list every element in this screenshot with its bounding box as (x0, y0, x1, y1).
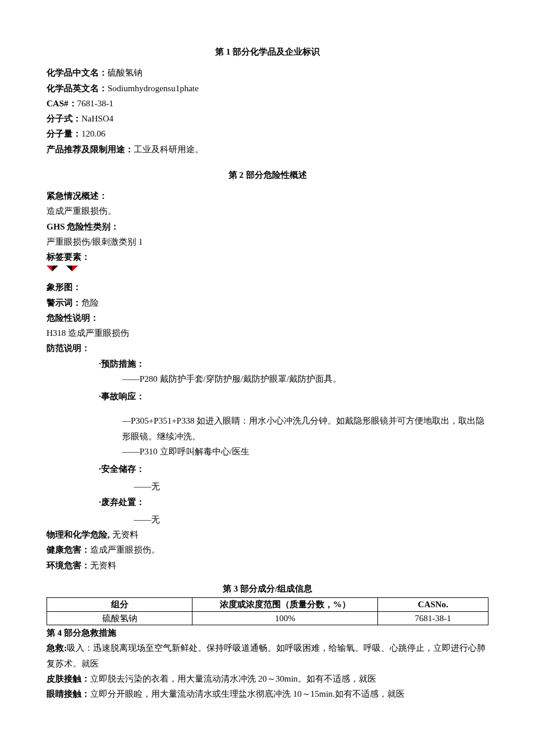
value: 7681-38-1 (77, 99, 114, 108)
precaution-label: 防范说明： (47, 341, 488, 356)
label: 环境危害： (47, 561, 90, 570)
value: Sodiumhydrogensu1phate (108, 84, 199, 93)
eye-value: 立即分开眼睑，用大量流动清水或生理盐水彻底冲洗 10～15min.如有不适感，就… (90, 689, 405, 698)
section2-title: 第 2 部分危险性概述 (47, 167, 488, 182)
storage-heading: ·安全储存： (47, 461, 488, 476)
chem-name-en: 化学品英文名：Sodiumhydrogensu1phate (47, 81, 488, 96)
th-component: 组分 (47, 598, 192, 612)
cas-no: CAS#：7681-38-1 (47, 96, 488, 111)
response-item-2: ——P310 立即呼叫解毒中心/医生 (47, 444, 488, 459)
signal-word: 警示词：危险 (47, 295, 488, 310)
first-aid-eye: 眼睛接触：立即分开眼睑，用大量流动清水或生理盐水彻底冲洗 10～15min.如有… (47, 686, 488, 701)
value: NaHSO4 (81, 114, 113, 123)
disposal-item: ——无 (47, 512, 488, 527)
label: 化学品中文名： (47, 68, 108, 77)
recommended-use: 产品推荐及限制用途：工业及科研用途。 (47, 142, 488, 157)
pictogram-label: 象形图： (47, 280, 488, 295)
label: 分子量： (47, 129, 81, 138)
response-heading: ·事故响应： (47, 389, 488, 404)
label: 分子式： (47, 114, 81, 123)
prevent-item: ——P280 戴防护手套/穿防护服/戴防护眼罩/戴防护面具。 (47, 371, 488, 386)
label: 物理和化学危险, (47, 530, 112, 539)
th-concentration: 浓度或浓度范围（质量分数，%） (192, 598, 378, 612)
label-elements: 标签要素： (47, 249, 488, 264)
section1-title: 第 1 部分化学品及企业标识 (47, 44, 488, 59)
label: 产品推荐及限制用途： (47, 145, 134, 154)
aid-label: 急救: (47, 643, 67, 653)
td-concentration: 100% (192, 611, 378, 625)
hazard-label: 危险性说明： (47, 310, 488, 325)
env-hazard: 环境危害：无资料 (47, 558, 488, 573)
label: CAS#： (47, 99, 77, 108)
composition-table: 组分 浓度或浓度范围（质量分数，%） CASNo. 硫酸氢钠 100% 7681… (47, 597, 488, 625)
label: 警示词： (47, 298, 81, 307)
emergency-value: 造成严重眼损伤。 (47, 203, 488, 218)
inhale-value: 迅速脱离现场至空气新鲜处。保持呼吸道通畅。如呼吸困难，给输氧。呼吸、心跳停止，立… (47, 643, 486, 668)
ghs-pictogram-icon (47, 266, 81, 277)
value: 造成严重眼损伤。 (90, 545, 160, 554)
phys-hazard: 物理和化学危险, 无资料 (47, 527, 488, 542)
first-aid-skin: 皮肤接触：立即脱去污染的衣着，用大量流动清水冲洗 20～30min。如有不适感，… (47, 671, 488, 686)
inhale-label: 吸入： (67, 643, 93, 653)
value: 120.06 (81, 129, 105, 138)
hazard-value: H318 造成严重眼损伤 (47, 325, 488, 341)
label: 健康危害： (47, 545, 90, 554)
table-header-row: 组分 浓度或浓度范围（质量分数，%） CASNo. (47, 598, 488, 612)
skin-value: 立即脱去污染的衣着，用大量流动清水冲洗 20～30min。如有不适感，就医 (90, 674, 376, 683)
prevent-heading: ·预防措施： (47, 356, 488, 371)
td-cas: 7681-38-1 (378, 611, 488, 625)
ghs-value: 严重眼损伤/眼刺激类别 1 (47, 234, 488, 249)
value: 无资料 (90, 561, 116, 570)
molecular-weight: 分子量：120.06 (47, 126, 488, 141)
disposal-heading: ·废弃处置： (47, 495, 488, 510)
section4-title: 第 4 部分急救措施 (47, 625, 488, 640)
section3-title: 第 3 部分成分/组成信息 (47, 581, 488, 596)
health-hazard: 健康危害：造成严重眼损伤。 (47, 542, 488, 557)
value: 工业及科研用途。 (134, 145, 204, 154)
eye-label: 眼睛接触： (47, 689, 90, 698)
ghs-label: GHS 危险性类别： (47, 219, 488, 234)
table-row: 硫酸氢钠 100% 7681-38-1 (47, 611, 488, 625)
first-aid-inhale: 急救:吸入：迅速脱离现场至空气新鲜处。保持呼吸道通畅。如呼吸困难，给输氧。呼吸、… (47, 640, 488, 671)
formula: 分子式：NaHSO4 (47, 111, 488, 126)
storage-item: ——无 (47, 479, 488, 494)
emergency-label: 紧急情况概述： (47, 188, 488, 203)
label: 化学品英文名： (47, 84, 108, 93)
td-component: 硫酸氢钠 (47, 611, 192, 625)
th-cas: CASNo. (378, 598, 488, 612)
skin-label: 皮肤接触： (47, 674, 90, 683)
value: 危险 (81, 298, 99, 307)
response-item-1: —P305+P351+P338 如进入眼睛：用水小心冲洗几分钟。如戴隐形眼镜并可… (47, 413, 488, 444)
chem-name-cn: 化学品中文名：硫酸氢钠 (47, 65, 488, 80)
value: 无资料 (112, 530, 138, 539)
value: 硫酸氢钠 (108, 68, 142, 77)
